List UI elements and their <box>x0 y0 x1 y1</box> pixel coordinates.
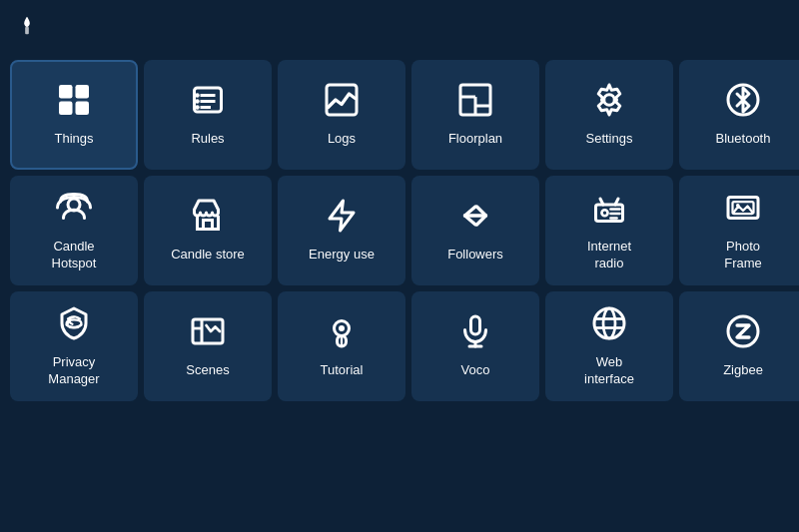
rules-label: Rules <box>191 131 224 148</box>
energy-use-icon <box>324 198 360 239</box>
svg-rect-32 <box>733 202 754 214</box>
grid-item-zigbee[interactable]: Zigbee <box>679 291 799 401</box>
rules-icon <box>190 82 226 123</box>
grid-item-rules[interactable]: Rules <box>144 60 272 170</box>
grid-item-photo-frame[interactable]: Photo Frame <box>679 176 799 285</box>
photo-frame-icon <box>725 190 761 231</box>
web-interface-icon <box>591 305 627 346</box>
grid-row-0: ThingsRulesLogsFloorplanSettingsBluetoot… <box>10 60 789 170</box>
zigbee-icon <box>725 313 761 354</box>
logs-icon <box>324 82 360 123</box>
grid-container: ThingsRulesLogsFloorplanSettingsBluetoot… <box>0 52 799 409</box>
candle-store-label: Candle store <box>171 247 245 264</box>
followers-label: Followers <box>447 247 503 264</box>
settings-icon <box>591 82 627 123</box>
grid-item-candle-store[interactable]: Candle store <box>144 176 272 285</box>
privacy-manager-label: Privacy Manager <box>48 354 99 388</box>
svg-rect-1 <box>59 85 73 99</box>
svg-marker-20 <box>330 201 354 231</box>
internet-radio-label: Internet radio <box>587 239 631 272</box>
photo-frame-label: Photo Frame <box>724 239 762 272</box>
grid-item-things[interactable]: Things <box>10 60 138 170</box>
grid-item-scenes[interactable]: Scenes <box>144 291 272 401</box>
settings-label: Settings <box>586 131 633 148</box>
logs-label: Logs <box>328 131 356 148</box>
svg-point-27 <box>602 210 608 216</box>
voco-label: Voco <box>461 362 490 379</box>
candle-store-icon <box>190 198 226 239</box>
svg-point-39 <box>339 325 345 331</box>
grid-item-bluetooth[interactable]: Bluetooth <box>679 60 799 170</box>
svg-point-11 <box>195 105 200 110</box>
grid-item-web-interface[interactable]: Web interface <box>545 291 673 401</box>
grid-row-2: Privacy ManagerScenesTutorialVocoWeb int… <box>10 291 789 401</box>
bluetooth-label: Bluetooth <box>716 131 771 148</box>
voco-icon <box>457 313 493 354</box>
candle-hotspot-icon <box>56 190 92 231</box>
grid-item-floorplan[interactable]: Floorplan <box>411 60 539 170</box>
followers-icon <box>457 198 493 239</box>
grid-item-logs[interactable]: Logs <box>278 60 405 170</box>
svg-rect-4 <box>76 102 90 116</box>
zigbee-label: Zigbee <box>723 362 763 379</box>
grid-item-privacy-manager[interactable]: Privacy Manager <box>10 291 138 401</box>
svg-point-8 <box>195 93 200 98</box>
svg-point-46 <box>603 308 615 338</box>
grid-item-internet-radio[interactable]: Internet radio <box>545 176 673 285</box>
privacy-manager-icon <box>56 305 92 346</box>
candle-logo-icon <box>16 15 38 37</box>
grid-item-settings[interactable]: Settings <box>545 60 673 170</box>
svg-rect-19 <box>204 221 213 230</box>
svg-point-9 <box>195 99 200 104</box>
grid-item-candle-hotspot[interactable]: Candle Hotspot <box>10 176 138 285</box>
grid-item-voco[interactable]: Voco <box>411 291 539 401</box>
energy-use-label: Energy use <box>309 247 375 264</box>
bluetooth-icon <box>725 82 761 123</box>
svg-point-45 <box>594 308 624 338</box>
internet-radio-icon <box>591 190 627 231</box>
svg-rect-42 <box>471 316 480 334</box>
svg-point-17 <box>604 95 615 106</box>
grid-row-1: Candle HotspotCandle storeEnergy useFoll… <box>10 176 789 285</box>
tutorial-label: Tutorial <box>321 362 364 379</box>
tutorial-icon <box>324 313 360 354</box>
scenes-label: Scenes <box>186 362 229 379</box>
svg-point-33 <box>736 204 740 208</box>
web-interface-label: Web interface <box>584 354 634 388</box>
logo-area <box>16 15 44 37</box>
things-icon <box>56 82 92 123</box>
grid-item-followers[interactable]: Followers <box>411 176 539 285</box>
svg-rect-2 <box>76 85 90 99</box>
svg-rect-3 <box>59 102 73 116</box>
grid-item-energy-use[interactable]: Energy use <box>278 176 405 285</box>
grid-item-tutorial[interactable]: Tutorial <box>278 291 405 401</box>
things-label: Things <box>54 131 93 148</box>
svg-rect-12 <box>327 85 357 115</box>
floorplan-icon <box>457 82 493 123</box>
scenes-icon <box>190 313 226 354</box>
floorplan-label: Floorplan <box>448 131 502 148</box>
header <box>0 0 799 52</box>
svg-rect-0 <box>25 27 29 34</box>
candle-hotspot-label: Candle Hotspot <box>52 239 97 272</box>
